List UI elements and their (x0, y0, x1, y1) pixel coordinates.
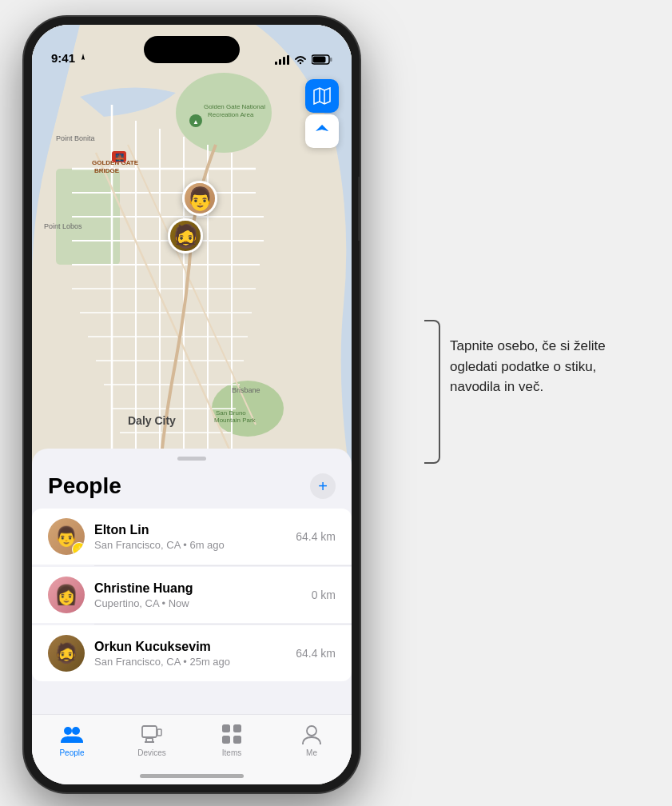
svg-point-61 (307, 726, 316, 736)
phone-wrapper: 9:41 (24, 17, 368, 800)
person-location-christine: Cupertino, CA • Now (94, 597, 312, 609)
svg-rect-59 (222, 736, 230, 744)
svg-rect-58 (233, 724, 241, 732)
svg-text:🌉: 🌉 (115, 153, 125, 162)
person-item-elton[interactable]: 👨 ⭐ Elton Lin San Francisco, CA • 6m ago… (32, 509, 352, 565)
svg-text:San Bruno: San Bruno (216, 409, 246, 417)
tab-people-label: People (59, 748, 84, 757)
person-name-christine: Christine Huang (94, 581, 312, 596)
svg-rect-56 (157, 729, 161, 736)
tab-items[interactable]: Items (192, 723, 272, 757)
person-distance-orkun: 64.4 km (296, 647, 336, 660)
svg-text:Golden Gate National: Golden Gate National (204, 103, 265, 110)
scene: 9:41 (0, 0, 672, 806)
svg-rect-1 (279, 59, 281, 65)
person-name-elton: Elton Lin (94, 523, 296, 537)
svg-text:Point Lobos: Point Lobos (44, 222, 82, 230)
svg-text:BRIDGE: BRIDGE (94, 167, 120, 174)
items-tab-icon (221, 723, 243, 745)
svg-rect-6 (330, 58, 332, 62)
battery-icon (312, 54, 332, 65)
items-icon (221, 724, 242, 744)
wifi-icon (294, 55, 307, 65)
divider-1 (94, 565, 352, 566)
map-view-button[interactable] (305, 79, 339, 113)
svg-text:▲: ▲ (193, 118, 199, 126)
svg-text:Point Bonita: Point Bonita (56, 134, 95, 142)
me-tab-icon (300, 723, 323, 745)
person-location-orkun: San Francisco, CA • 25m ago (94, 656, 296, 668)
svg-rect-2 (283, 57, 285, 65)
me-icon (302, 724, 321, 744)
person-name-orkun: Orkun Kucuksevim (94, 640, 296, 654)
map-pin-orkun[interactable]: 🧔 (168, 218, 203, 253)
person-location-elton: San Francisco, CA • 6m ago (94, 539, 296, 551)
person-distance-elton: 64.4 km (296, 530, 336, 543)
map-area[interactable]: Point Bonita GOLDEN GATE BRIDGE Golden G… (32, 25, 352, 487)
svg-rect-53 (142, 726, 157, 737)
tab-me-label: Me (306, 748, 317, 757)
tab-devices[interactable]: Devices (112, 723, 192, 757)
tab-me[interactable]: Me (272, 723, 352, 757)
svg-text:Daly City: Daly City (128, 414, 176, 427)
person-info-christine: Christine Huang Cupertino, CA • Now (85, 581, 312, 609)
annotation-text: Tapnite osebo, če si želite ogledati pod… (450, 336, 626, 397)
map-button-group (305, 79, 339, 148)
svg-point-50 (72, 727, 80, 735)
people-list: 👨 ⭐ Elton Lin San Francisco, CA • 6m ago… (32, 505, 352, 685)
people-icon (61, 725, 83, 743)
person-info-orkun: Orkun Kucuksevim San Francisco, CA • 25m… (85, 640, 296, 668)
phone-frame: 9:41 (24, 17, 360, 792)
status-icons (275, 54, 332, 65)
svg-text:Brisbane: Brisbane (232, 386, 260, 394)
devices-tab-icon (141, 723, 163, 745)
svg-rect-0 (275, 62, 277, 65)
svg-rect-3 (287, 55, 289, 65)
sheet-header: People + (32, 461, 352, 505)
signal-icon (275, 55, 289, 65)
star-badge-elton: ⭐ (72, 542, 85, 555)
avatar-orkun: 🧔 (48, 635, 85, 672)
svg-rect-60 (233, 736, 241, 744)
person-distance-christine: 0 km (312, 589, 336, 601)
add-person-button[interactable]: + (310, 473, 336, 499)
tab-people[interactable]: People (32, 723, 112, 757)
person-item-orkun[interactable]: 🧔 Orkun Kucuksevim San Francisco, CA • 2… (32, 625, 352, 681)
tab-devices-label: Devices (137, 748, 166, 757)
map-svg: Point Bonita GOLDEN GATE BRIDGE Golden G… (32, 25, 352, 487)
svg-text:Mountain Park: Mountain Park (214, 417, 256, 424)
location-arrow-icon (314, 123, 330, 139)
person-item-christine[interactable]: 👩 Christine Huang Cupertino, CA • Now 0 … (32, 567, 352, 623)
svg-point-49 (64, 727, 72, 735)
status-time: 9:41 (51, 51, 88, 65)
divider-2 (94, 624, 352, 624)
people-tab-icon (61, 723, 83, 745)
avatar-elton: 👨 ⭐ (48, 518, 85, 555)
location-button[interactable] (305, 114, 339, 148)
map-icon (313, 87, 331, 105)
devices-icon (141, 725, 162, 743)
person-info-elton: Elton Lin San Francisco, CA • 6m ago (85, 523, 296, 551)
tab-items-label: Items (222, 748, 241, 757)
avatar-christine: 👩 (48, 577, 85, 613)
annotation: Tapnite osebo, če si želite ogledati pod… (424, 312, 648, 464)
svg-text:Recreation Area: Recreation Area (208, 111, 254, 118)
map-pin-elton[interactable]: 👨 (182, 181, 217, 216)
side-button-right (358, 177, 360, 241)
annotation-bracket (424, 320, 440, 464)
home-indicator (140, 774, 244, 778)
dynamic-island (144, 36, 240, 63)
phone-screen: 9:41 (32, 25, 352, 784)
svg-rect-57 (222, 724, 230, 732)
svg-rect-5 (313, 57, 326, 63)
location-icon (78, 54, 88, 63)
sheet-title: People (48, 473, 121, 499)
